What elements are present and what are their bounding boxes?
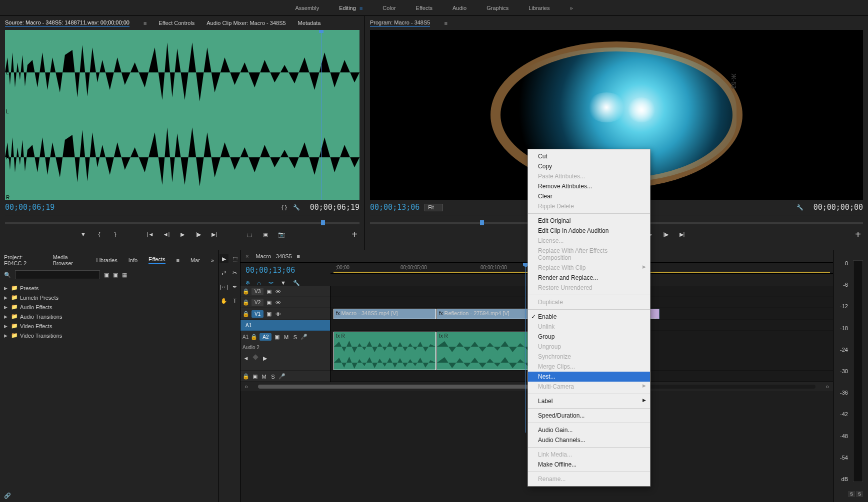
panel-menu-icon[interactable]: ≡ <box>297 253 300 259</box>
audio-clip-mixer-tab[interactable]: Audio Clip Mixer: Macro - 348S5 <box>206 20 286 26</box>
clip-a2-macro[interactable]: fx R <box>334 332 436 370</box>
hand-tool-icon[interactable]: ✋ <box>220 296 228 305</box>
goto-out-icon[interactable]: ▶| <box>211 231 218 238</box>
slip-tool-icon[interactable]: |↔| <box>220 282 228 291</box>
metadata-tab[interactable]: Metadata <box>298 20 321 26</box>
razor-tool-icon[interactable]: ✂ <box>230 268 240 277</box>
panel-menu-icon[interactable]: ≡ <box>444 20 447 26</box>
track-a1-label[interactable]: A1 <box>242 322 254 329</box>
pen-tool-icon[interactable]: ✒ <box>230 282 240 291</box>
mic-icon[interactable]: 🎤 <box>300 334 308 340</box>
ctx-edit-clip-in-adobe-audition[interactable]: Edit Clip In Adobe Audition <box>528 226 650 236</box>
ctx-render-and-replace[interactable]: Render and Replace... <box>528 273 650 283</box>
goto-in-icon[interactable]: |◄ <box>147 231 154 238</box>
zoom-bracket-icon[interactable]: { } <box>282 204 286 210</box>
export-frame-icon[interactable]: 📷 <box>278 231 285 238</box>
toggle-output-icon[interactable]: ▣ <box>274 334 280 340</box>
add-button[interactable]: + <box>352 229 358 240</box>
close-sequence-icon[interactable]: × <box>246 253 248 259</box>
eye-icon[interactable]: 👁 <box>274 311 282 317</box>
fx-folder-audio-trans[interactable]: ▶📁Audio Transitions <box>4 312 214 321</box>
source-ruler[interactable] <box>5 215 360 226</box>
info-tab[interactable]: Info <box>128 257 138 263</box>
source-tc-left[interactable]: 00;00;06;19 <box>5 203 54 212</box>
libraries-tab[interactable]: Libraries <box>96 257 118 263</box>
wrench-icon[interactable]: 🔧 <box>796 204 804 211</box>
effect-controls-tab[interactable]: Effect Controls <box>158 20 194 26</box>
lock-icon[interactable]: 🔒 <box>242 311 250 317</box>
fx-folder-video-fx[interactable]: ▶📁Video Effects <box>4 321 214 331</box>
step-back-icon[interactable]: ◄| <box>163 231 170 238</box>
mute-button[interactable]: M <box>282 334 290 340</box>
fx-folder-audio-fx[interactable]: ▶📁Audio Effects <box>4 302 214 312</box>
panel-menu-icon[interactable]: ≡ <box>176 257 180 263</box>
workspace-editing[interactable]: Editing ≡ <box>339 1 362 15</box>
timeline-playhead[interactable] <box>526 263 526 433</box>
link-icon[interactable]: 🔗 <box>4 493 11 499</box>
workspace-audio[interactable]: Audio <box>452 1 466 15</box>
ctx-enable[interactable]: Enable <box>528 312 650 322</box>
fx-folder-presets[interactable]: ▶📁Presets <box>4 283 214 293</box>
effects-search-input[interactable] <box>15 270 100 279</box>
snap-icon[interactable]: ❄ <box>246 280 250 286</box>
track-select-tool-icon[interactable]: ⬚ <box>230 254 240 263</box>
ctx-audio-channels[interactable]: Audio Channels... <box>528 435 650 445</box>
overflow-icon[interactable]: » <box>211 257 214 263</box>
clip-v1-macro[interactable]: fx Macro - 348S5.mp4 [V] <box>334 309 436 319</box>
workspace-color[interactable]: Color <box>382 1 396 15</box>
markers-tab[interactable]: Mar <box>190 257 200 263</box>
ctx-edit-original[interactable]: Edit Original <box>528 216 650 226</box>
workspace-libraries[interactable]: Libraries <box>528 1 550 15</box>
type-tool-icon[interactable]: T <box>230 296 240 305</box>
fx-folder-lumetri[interactable]: ▶📁Lumetri Presets <box>4 293 214 302</box>
source-tab[interactable]: Source: Macro - 348S5: 1488711.wav: 00;0… <box>5 19 130 27</box>
workspace-assembly[interactable]: Assembly <box>295 1 319 15</box>
ctx-clear[interactable]: Clear <box>528 191 650 201</box>
step-fwd-icon[interactable]: |▶ <box>195 231 202 238</box>
panel-menu-icon[interactable]: ≡ <box>144 20 146 26</box>
toggle-output-icon[interactable]: ▣ <box>266 311 272 317</box>
fx-badge-icon[interactable]: ▣ <box>104 272 109 278</box>
effects-tab[interactable]: Effects <box>148 256 165 264</box>
eye-icon[interactable]: 👁 <box>274 300 282 306</box>
meter-bar[interactable] <box>853 260 863 482</box>
solo-button[interactable]: S <box>270 374 276 380</box>
fx-badge-icon[interactable]: ▦ <box>122 272 127 278</box>
overwrite-icon[interactable]: ▣ <box>262 231 269 238</box>
mark-out-icon[interactable]: } <box>112 231 119 238</box>
mic-icon[interactable]: 🎤 <box>278 373 286 380</box>
ctx-copy[interactable]: Copy <box>528 161 650 171</box>
track-v2-label[interactable]: V2 <box>252 299 264 306</box>
ctx-speed-duration[interactable]: Speed/Duration... <box>528 411 650 421</box>
track-v1-label[interactable]: V1 <box>252 310 264 318</box>
eye-icon[interactable]: 👁 <box>274 289 282 295</box>
fx-folder-video-trans[interactable]: ▶📁Video Transitions <box>4 331 214 340</box>
workspace-effects[interactable]: Effects <box>416 1 432 15</box>
zoom-select[interactable]: Fit <box>424 204 443 211</box>
media-browser-tab[interactable]: Media Browser <box>53 254 86 266</box>
workspace-overflow[interactable]: » <box>570 5 572 11</box>
track-v3-label[interactable]: V3 <box>252 288 264 295</box>
ctx-audio-gain[interactable]: Audio Gain... <box>528 425 650 435</box>
ctx-make-offline[interactable]: Make Offline... <box>528 460 650 470</box>
timeline-tc[interactable]: 00;00;13;06 <box>246 266 295 275</box>
sequence-name[interactable]: Macro - 348S5 <box>256 253 292 259</box>
magnet-icon[interactable]: ∩ <box>257 280 261 286</box>
keyframe-prev-icon[interactable]: ◄ <box>242 355 250 362</box>
workspace-graphics[interactable]: Graphics <box>486 1 508 15</box>
lock-icon[interactable]: 🔒 <box>250 334 258 340</box>
add-marker-icon[interactable]: ▼ <box>80 231 87 238</box>
step-fwd-icon[interactable]: |▶ <box>662 231 670 238</box>
project-tab[interactable]: Project: E04CC-2 <box>4 254 42 266</box>
program-tab[interactable]: Program: Macro - 348S5 <box>370 19 430 27</box>
meter-solo-l[interactable]: S <box>848 491 855 497</box>
mark-in-icon[interactable]: { <box>96 231 103 238</box>
lock-icon[interactable]: 🔒 <box>242 288 250 295</box>
add-button[interactable]: + <box>855 229 861 240</box>
keyframe-add-icon[interactable] <box>252 354 258 360</box>
ctx-cut[interactable]: Cut <box>528 151 650 161</box>
toggle-output-icon[interactable]: ▣ <box>266 299 272 306</box>
lock-icon[interactable]: 🔒 <box>242 373 250 380</box>
lock-icon[interactable]: 🔒 <box>242 299 250 306</box>
ctx-nest[interactable]: Nest... <box>528 372 650 382</box>
